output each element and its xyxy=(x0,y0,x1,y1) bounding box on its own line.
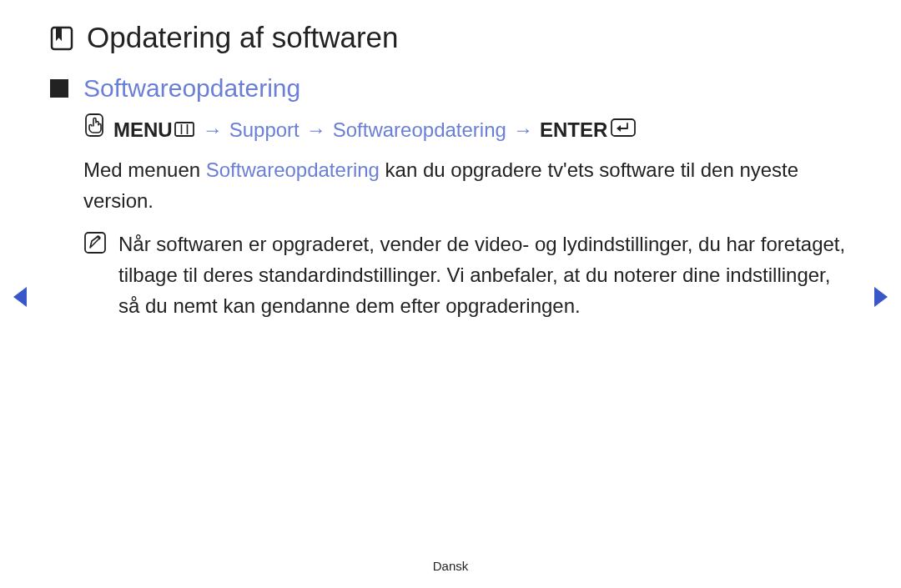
breadcrumb-step-softwareopdatering: Softwareopdatering xyxy=(333,114,506,145)
document-page: Opdatering af softwaren Softwareopdateri… xyxy=(0,0,901,588)
svg-rect-8 xyxy=(612,119,635,136)
page-title: Opdatering af softwaren xyxy=(87,21,399,54)
body-text-pre: Med menuen xyxy=(83,158,206,181)
menu-path: MENU → Support → Softwareopdatering → EN… xyxy=(83,113,851,146)
breadcrumb-step-support: Support xyxy=(229,114,299,145)
bookmark-icon xyxy=(50,26,75,56)
breadcrumb-separator: → xyxy=(203,114,223,145)
touch-hand-icon xyxy=(83,113,105,146)
footer-language: Dansk xyxy=(0,559,901,573)
next-page-button[interactable] xyxy=(873,285,891,312)
menu-label: MENU xyxy=(113,114,173,145)
body-paragraph: Med menuen Softwareopdatering kan du opg… xyxy=(83,154,851,216)
enter-label: ENTER xyxy=(540,114,607,145)
svg-marker-9 xyxy=(617,125,621,132)
menu-button-icon xyxy=(174,114,194,145)
svg-marker-12 xyxy=(13,287,27,307)
breadcrumb-separator: → xyxy=(513,114,533,145)
body-text-highlight: Softwareopdatering xyxy=(206,158,380,181)
previous-page-button[interactable] xyxy=(10,285,28,312)
svg-marker-13 xyxy=(874,287,888,307)
note-text: Når softwaren er opgraderet, vender de v… xyxy=(118,229,851,322)
section-heading: Softwareopdatering xyxy=(83,74,300,103)
breadcrumb-separator: → xyxy=(306,114,326,145)
enter-button-icon xyxy=(611,114,636,145)
svg-rect-5 xyxy=(175,123,194,136)
content-block: MENU → Support → Softwareopdatering → EN… xyxy=(83,113,851,321)
page-title-row: Opdatering af softwaren xyxy=(50,21,851,56)
note-pencil-icon xyxy=(83,231,107,263)
note-row: Når softwaren er opgraderet, vender de v… xyxy=(83,229,851,322)
square-bullet-icon xyxy=(50,79,68,98)
section-heading-row: Softwareopdatering xyxy=(50,74,851,103)
